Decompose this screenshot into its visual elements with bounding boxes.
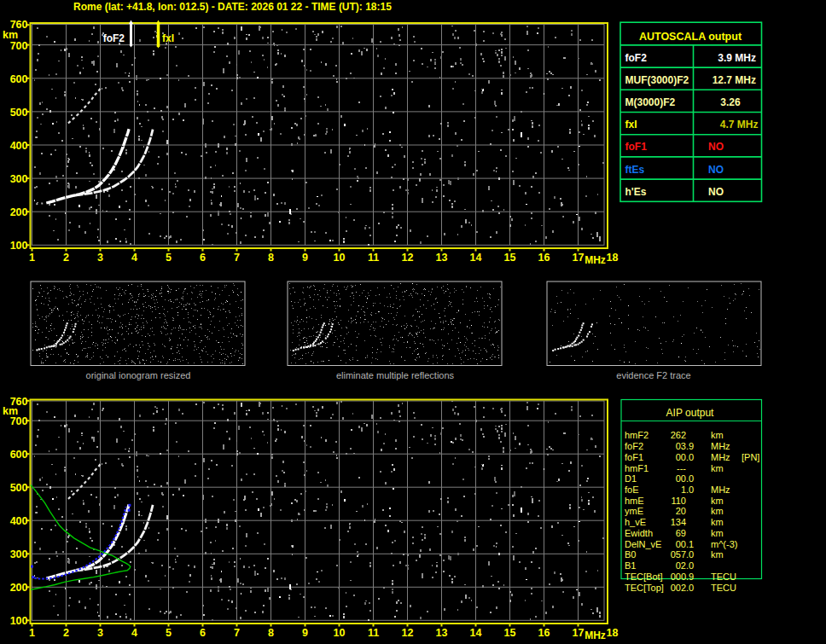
svg-text:15: 15 (504, 627, 516, 639)
svg-text:4.7 MHz: 4.7 MHz (720, 119, 759, 131)
svg-text:20: 20 (676, 506, 686, 516)
svg-text:km: km (711, 549, 724, 560)
svg-text:---: --- (677, 463, 686, 473)
svg-text:Ewidth: Ewidth (625, 528, 653, 538)
svg-text:2: 2 (63, 252, 69, 264)
svg-text:3: 3 (97, 252, 103, 264)
svg-text:h_vE: h_vE (625, 517, 646, 527)
svg-text:MHz: MHz (711, 441, 730, 451)
svg-text:.9: .9 (686, 441, 694, 451)
svg-text:evidence F2 trace: evidence F2 trace (616, 370, 690, 380)
svg-text:8: 8 (268, 627, 274, 639)
svg-text:3.26: 3.26 (720, 96, 741, 108)
svg-text:03: 03 (676, 441, 686, 451)
svg-text:00: 00 (676, 452, 686, 462)
svg-text:fxI: fxI (162, 32, 174, 44)
svg-text:15: 15 (504, 252, 516, 264)
svg-text:DelN_vE: DelN_vE (625, 539, 661, 549)
svg-text:134: 134 (671, 517, 686, 527)
svg-text:16: 16 (538, 627, 550, 639)
svg-text:700: 700 (10, 415, 28, 427)
svg-text:3: 3 (97, 627, 103, 639)
svg-text:AIP output: AIP output (666, 407, 714, 419)
svg-text:.1: .1 (686, 539, 694, 549)
svg-text:h'Es: h'Es (625, 186, 647, 198)
svg-text:MHz: MHz (585, 254, 606, 266)
svg-text:TECU: TECU (711, 571, 736, 582)
svg-text:600: 600 (10, 449, 28, 461)
svg-text:700: 700 (10, 40, 28, 52)
svg-text:13: 13 (436, 252, 448, 264)
svg-text:16: 16 (538, 252, 550, 264)
svg-text:400: 400 (10, 515, 28, 527)
svg-text:foF2: foF2 (103, 32, 125, 44)
svg-text:M(3000)F2: M(3000)F2 (625, 96, 676, 108)
svg-text:10: 10 (334, 252, 346, 264)
svg-text:500: 500 (10, 482, 28, 494)
svg-text:69: 69 (676, 528, 686, 538)
svg-text:hmE: hmE (625, 496, 644, 506)
svg-text:km: km (711, 506, 724, 516)
svg-text:00: 00 (676, 539, 686, 549)
svg-text:600: 600 (10, 73, 28, 85)
svg-text:foF1: foF1 (625, 452, 643, 462)
svg-text:.0: .0 (686, 452, 694, 462)
svg-text:km: km (3, 29, 18, 41)
svg-text:m^(-3): m^(-3) (711, 539, 737, 549)
svg-text:fxI: fxI (625, 119, 637, 131)
svg-text:6: 6 (200, 252, 206, 264)
svg-text:AUTOSCALA output: AUTOSCALA output (639, 31, 742, 43)
svg-text:18: 18 (607, 627, 619, 639)
svg-text:14: 14 (470, 627, 482, 639)
svg-text:hmF1: hmF1 (625, 463, 649, 473)
svg-text:Rome (lat: +41.8, lon: 012.5): Rome (lat: +41.8, lon: 012.5) - DATE: 20… (73, 1, 392, 13)
svg-text:ymE: ymE (625, 506, 643, 516)
svg-text:100: 100 (10, 615, 28, 627)
svg-text:000: 000 (671, 571, 686, 582)
svg-text:11: 11 (368, 627, 379, 639)
svg-text:TEC[Bot]: TEC[Bot] (625, 571, 663, 582)
svg-text:10: 10 (334, 627, 346, 639)
svg-text:5: 5 (166, 627, 172, 639)
svg-text:9: 9 (302, 627, 308, 639)
svg-text:11: 11 (368, 252, 379, 264)
svg-text:.0: .0 (686, 583, 694, 593)
svg-text:.0: .0 (686, 549, 694, 560)
svg-text:.0: .0 (686, 560, 694, 571)
svg-text:TEC[Top]: TEC[Top] (625, 583, 664, 593)
svg-text:foE: foE (625, 484, 639, 495)
svg-text:12.7 MHz: 12.7 MHz (713, 74, 756, 86)
svg-text:1: 1 (29, 627, 35, 639)
svg-text:km: km (711, 517, 724, 527)
svg-text:12: 12 (402, 627, 414, 639)
svg-text:1: 1 (29, 252, 35, 264)
svg-text:NO: NO (708, 164, 724, 176)
svg-text:400: 400 (10, 140, 28, 152)
svg-text:MHz: MHz (711, 452, 730, 462)
svg-text:5: 5 (166, 252, 172, 264)
svg-text:km: km (711, 496, 724, 506)
svg-text:km: km (711, 528, 724, 538)
svg-text:4: 4 (131, 627, 137, 639)
svg-text:12: 12 (402, 252, 414, 264)
svg-text:300: 300 (10, 548, 28, 560)
svg-text:ftEs: ftEs (625, 164, 645, 176)
svg-text:hmF2: hmF2 (625, 430, 649, 440)
svg-text:eliminate multiple reflections: eliminate multiple reflections (336, 370, 455, 380)
svg-text:km: km (711, 430, 724, 440)
svg-text:foF2: foF2 (625, 52, 648, 64)
svg-text:262: 262 (671, 430, 686, 440)
svg-text:100: 100 (10, 240, 28, 252)
svg-text:.0: .0 (686, 473, 694, 484)
svg-text:foF2: foF2 (625, 441, 643, 451)
svg-text:MHz: MHz (585, 629, 606, 641)
svg-text:2: 2 (63, 627, 69, 639)
svg-text:9: 9 (302, 252, 308, 264)
svg-text:.9: .9 (686, 571, 694, 582)
svg-text:6: 6 (200, 627, 206, 639)
svg-text:4: 4 (131, 252, 137, 264)
svg-text:02: 02 (676, 560, 686, 571)
svg-text:002: 002 (671, 583, 686, 593)
svg-text:18: 18 (607, 252, 619, 264)
svg-text:foF1: foF1 (625, 141, 648, 153)
